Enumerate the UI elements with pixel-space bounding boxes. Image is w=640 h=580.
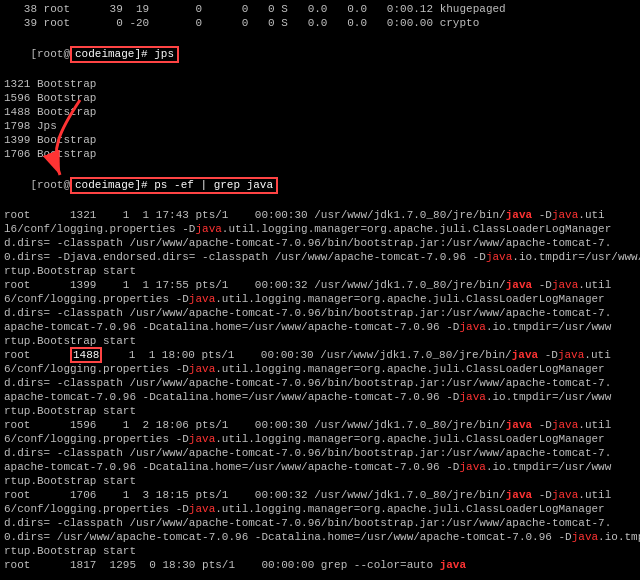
ps-line-1706-5: rtup.Bootstrap start bbox=[4, 544, 636, 558]
ps-line-1321-3: d.dirs= -classpath /usr/www/apache-tomca… bbox=[4, 236, 636, 250]
ps-line-1596-3: d.dirs= -classpath /usr/www/apache-tomca… bbox=[4, 446, 636, 460]
ps-line-1596-2: 6/conf/logging.properties -Djava.util.lo… bbox=[4, 432, 636, 446]
ps-line-1321-5: rtup.Bootstrap start bbox=[4, 264, 636, 278]
prompt-text-2: [root@ bbox=[30, 179, 70, 191]
ps-line-1321-2: l6/conf/logging.properties -Djava.util.l… bbox=[4, 222, 636, 236]
ps-line-1399-5: rtup.Bootstrap start bbox=[4, 334, 636, 348]
jps-output-1798: 1798 Jps bbox=[4, 119, 636, 133]
ps-line-1488-2: 6/conf/logging.properties -Djava.util.lo… bbox=[4, 362, 636, 376]
ps-line-1321-1: root 1321 1 1 17:43 pts/1 00:00:30 /usr/… bbox=[4, 208, 636, 222]
ps-line-1706-4: 0.dirs= /usr/www/apache-tomcat-7.0.96 -D… bbox=[4, 530, 636, 544]
final-prompt: [root@codeimage]# bbox=[4, 572, 636, 580]
ps-line-1488-3: d.dirs= -classpath /usr/www/apache-tomca… bbox=[4, 376, 636, 390]
jps-output-1488: 1488 Bootstrap bbox=[4, 105, 636, 119]
process-line-crypto: 39 root 0 -20 0 0 0 S 0.0 0.0 0:00.00 cr… bbox=[4, 16, 636, 30]
ps-line-1596-1: root 1596 1 2 18:06 pts/1 00:00:30 /usr/… bbox=[4, 418, 636, 432]
prompt-text: [root@ bbox=[30, 48, 70, 60]
prompt-ps: [root@codeimage]# ps -ef | grep java bbox=[4, 163, 636, 208]
ps-line-1399-1: root 1399 1 1 17:55 pts/1 00:00:32 /usr/… bbox=[4, 278, 636, 292]
ps-line-1399-3: d.dirs= -classpath /usr/www/apache-tomca… bbox=[4, 306, 636, 320]
ps-line-1706-2: 6/conf/logging.properties -Djava.util.lo… bbox=[4, 502, 636, 516]
pid-1488-highlight: 1488 bbox=[70, 347, 102, 363]
ps-line-1488-5: rtup.Bootstrap start bbox=[4, 404, 636, 418]
jps-output-1321: 1321 Bootstrap bbox=[4, 77, 636, 91]
ps-grep-line: root 1817 1295 0 18:30 pts/1 00:00:00 gr… bbox=[4, 558, 636, 572]
jps-output-1706: 1706 Bootstrap bbox=[4, 147, 636, 161]
jps-output-1596: 1596 Bootstrap bbox=[4, 91, 636, 105]
ps-line-1488-1: root 1488 1 1 18:00 pts/1 00:00:30 /usr/… bbox=[4, 348, 636, 362]
ps-cmd-box: codeimage]# ps -ef | grep java bbox=[70, 177, 278, 194]
jps-output-1399: 1399 Bootstrap bbox=[4, 133, 636, 147]
ps-line-1399-4: apache-tomcat-7.0.96 -Dcatalina.home=/us… bbox=[4, 320, 636, 334]
terminal-window: 38 root 39 19 0 0 0 S 0.0 0.0 0:00.12 kh… bbox=[0, 0, 640, 580]
ps-line-1399-2: 6/conf/logging.properties -Djava.util.lo… bbox=[4, 292, 636, 306]
ps-line-1706-3: d.dirs= -classpath /usr/www/apache-tomca… bbox=[4, 516, 636, 530]
ps-line-1321-4: 0.dirs= -Djava.endorsed.dirs= -classpath… bbox=[4, 250, 636, 264]
jps-cmd-box: codeimage]# jps bbox=[70, 46, 179, 63]
ps-line-1706-1: root 1706 1 3 18:15 pts/1 00:00:32 /usr/… bbox=[4, 488, 636, 502]
ps-line-1596-5: rtup.Bootstrap start bbox=[4, 474, 636, 488]
process-line-khugepaged: 38 root 39 19 0 0 0 S 0.0 0.0 0:00.12 kh… bbox=[4, 2, 636, 16]
ps-line-1488-4: apache-tomcat-7.0.96 -Dcatalina.home=/us… bbox=[4, 390, 636, 404]
prompt-jps: [root@codeimage]# jps bbox=[4, 32, 636, 77]
ps-line-1596-4: apache-tomcat-7.0.96 -Dcatalina.home=/us… bbox=[4, 460, 636, 474]
